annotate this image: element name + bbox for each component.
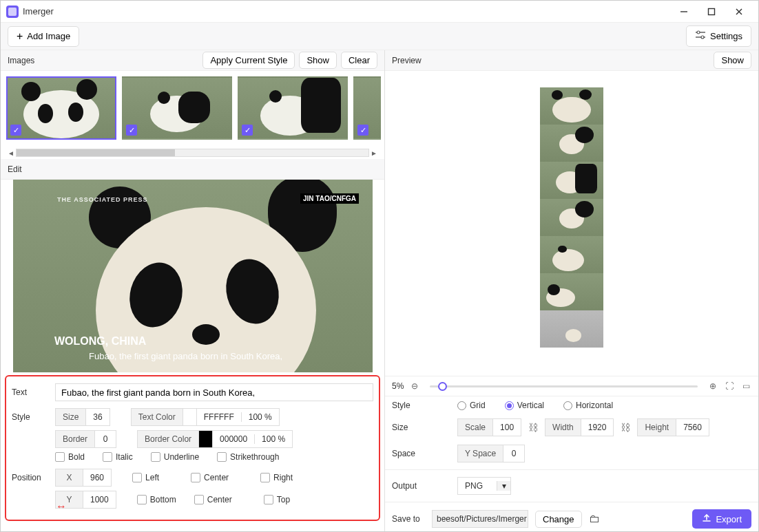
preview-frame-1: [540, 87, 603, 125]
size-field[interactable]: Size 36: [55, 408, 110, 426]
app-logo-icon: [6, 6, 19, 18]
edit-header-label: Edit: [8, 164, 22, 174]
preview-canvas[interactable]: [385, 71, 758, 376]
edit-header: Edit: [1, 159, 384, 180]
align-bottom-checkbox[interactable]: Bottom: [137, 495, 176, 504]
x-field[interactable]: X 960: [55, 469, 112, 487]
text-properties-panel: Text Style Size 36 Text Color FFFFFF 100…: [5, 375, 380, 521]
export-icon: [702, 513, 711, 525]
images-header-label: Images: [8, 56, 34, 65]
save-to-row: Save to beesoft/Pictures/Imerger Change …: [385, 505, 758, 532]
align-left-checkbox[interactable]: Left: [132, 473, 159, 482]
bold-checkbox[interactable]: Bold: [55, 452, 85, 462]
preview-frame-4: [540, 199, 603, 236]
style-section-label: Style: [12, 412, 50, 422]
horizontal-radio[interactable]: Horizontal: [563, 401, 613, 410]
caption-location: WOLONG, CHINA: [54, 335, 146, 348]
border-color-field[interactable]: Border Color 000000 100 %: [137, 430, 293, 448]
minimize-button[interactable]: [670, 1, 698, 23]
app-title: Imerger: [23, 6, 54, 17]
folder-icon[interactable]: 🗀: [589, 513, 600, 525]
check-icon: ✓: [242, 125, 253, 136]
output-row: Output PNG ▾: [385, 473, 758, 499]
text-color-field[interactable]: Text Color FFFFFF 100 %: [131, 408, 280, 426]
settings-label: Settings: [710, 31, 742, 41]
zoom-in-icon[interactable]: ⊕: [707, 381, 718, 392]
red-arrow-annotation: ↔: [56, 500, 65, 513]
preview-frame-6: [540, 273, 603, 310]
text-input[interactable]: [55, 383, 373, 401]
check-icon: ✓: [357, 125, 368, 136]
close-button[interactable]: [725, 1, 753, 23]
add-image-label: Add Image: [27, 31, 70, 41]
preview-header: Preview Show: [385, 50, 758, 71]
photographer-credit: JIN TAO/CNFGA: [300, 193, 359, 204]
size-row: Size Scale100 ⛓ Width1920 ⛓ Height7560: [385, 414, 758, 440]
zoom-percent: 5%: [392, 381, 404, 391]
preview-frame-5: [540, 236, 603, 273]
sliders-icon: [695, 30, 706, 42]
y-space-field[interactable]: Y Space0: [457, 445, 525, 462]
show-images-button[interactable]: Show: [299, 52, 337, 69]
thumbnail-1[interactable]: ✓: [6, 76, 116, 140]
save-path-field[interactable]: beesoft/Pictures/Imerger: [432, 510, 528, 528]
italic-checkbox[interactable]: Italic: [103, 452, 133, 462]
zoom-bar: 5% ⊖ ⊕ ⛶ ▭: [385, 376, 758, 396]
preview-show-button[interactable]: Show: [714, 52, 751, 69]
link-icon-2[interactable]: ⛓: [621, 422, 630, 433]
fit-screen-icon[interactable]: ⛶: [724, 381, 735, 392]
svg-point-5: [697, 31, 700, 34]
add-image-button[interactable]: + Add Image: [8, 26, 79, 47]
border-color-swatch: [199, 431, 213, 447]
thumbnail-2[interactable]: ✓: [122, 76, 232, 140]
space-row: Space Y Space0: [385, 440, 758, 467]
clear-images-button[interactable]: Clear: [341, 52, 377, 69]
border-field[interactable]: Border 0: [55, 430, 116, 448]
scroll-right-icon[interactable]: ►: [369, 149, 379, 157]
check-icon: ✓: [10, 125, 21, 136]
export-button[interactable]: Export: [692, 509, 751, 529]
layout-style-row: Style Grid Vertical Horizontal: [385, 396, 758, 414]
text-label: Text: [12, 387, 50, 397]
width-field[interactable]: Width1920: [545, 418, 614, 436]
check-icon: ✓: [126, 125, 137, 136]
svg-point-7: [701, 36, 704, 39]
align-center-h-checkbox[interactable]: Center: [191, 473, 229, 482]
change-path-button[interactable]: Change: [535, 511, 582, 528]
height-field[interactable]: Height7560: [637, 418, 709, 436]
settings-button[interactable]: Settings: [686, 25, 751, 47]
plus-icon: +: [17, 31, 23, 42]
thumbnail-4[interactable]: ✓: [353, 76, 381, 140]
caption-text: Fubao, the first giant panda born in Sou…: [89, 351, 282, 361]
thumbnail-3[interactable]: ✓: [238, 76, 348, 140]
preview-frame-7: [540, 310, 603, 348]
maximize-button[interactable]: [698, 1, 725, 23]
grid-radio[interactable]: Grid: [457, 401, 486, 410]
vertical-radio[interactable]: Vertical: [505, 401, 544, 410]
zoom-slider[interactable]: [430, 385, 698, 387]
align-right-checkbox[interactable]: Right: [260, 473, 293, 482]
titlebar: Imerger: [1, 1, 758, 23]
preview-frame-3: [540, 162, 603, 199]
thumbnail-strip: ✓ ✓ ✓ ✓ ◄: [1, 71, 384, 159]
apply-current-style-button[interactable]: Apply Current Style: [202, 52, 295, 69]
edit-canvas[interactable]: THE ASSOCIATED PRESS JIN TAO/CNFGA WOLON…: [13, 180, 373, 372]
y-field[interactable]: Y 1000 ↔: [55, 491, 116, 509]
zoom-out-icon[interactable]: ⊖: [409, 381, 420, 392]
strikethrough-checkbox[interactable]: Strikethrough: [217, 452, 279, 462]
align-center-v-checkbox[interactable]: Center: [194, 495, 232, 504]
scroll-left-icon[interactable]: ◄: [6, 149, 16, 157]
top-toolbar: + Add Image Settings: [1, 23, 758, 50]
preview-header-label: Preview: [392, 56, 422, 65]
ap-watermark: THE ASSOCIATED PRESS: [57, 196, 148, 203]
position-section-label: Position: [12, 473, 50, 482]
underline-checkbox[interactable]: Underline: [151, 452, 199, 462]
preview-frame-2: [540, 125, 603, 162]
text-color-swatch: [183, 409, 197, 425]
output-format-select[interactable]: PNG ▾: [457, 477, 511, 495]
link-icon[interactable]: ⛓: [528, 422, 538, 433]
scale-field[interactable]: Scale100: [457, 418, 521, 436]
thumbnail-scrollbar[interactable]: ◄ ►: [6, 148, 379, 158]
align-top-checkbox[interactable]: Top: [264, 495, 290, 504]
actual-size-icon[interactable]: ▭: [740, 381, 751, 392]
